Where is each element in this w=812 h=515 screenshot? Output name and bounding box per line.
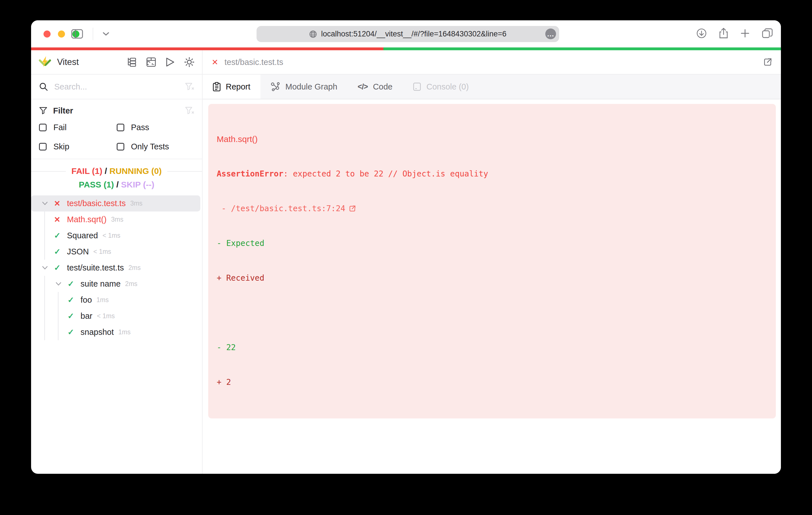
tree-guide-line: [45, 276, 45, 340]
summary-running: RUNNING (0): [109, 166, 162, 176]
search-bar[interactable]: Search...: [31, 74, 202, 99]
summary-pass: PASS (1): [79, 180, 114, 189]
tab-overview-icon[interactable]: [762, 28, 773, 39]
diff-received-value: + 2: [217, 376, 767, 388]
duration-label: 1ms: [118, 328, 130, 336]
filter-clear-icon[interactable]: [185, 107, 194, 115]
sidebar: Search... Filter: [31, 74, 203, 474]
console-icon: [413, 82, 421, 91]
filter-option-fail[interactable]: Fail: [39, 121, 117, 134]
tree-item-suite[interactable]: ✓ suite name 2ms: [31, 276, 202, 292]
duration-label: 3ms: [111, 216, 123, 223]
duration-label: 2ms: [125, 280, 137, 288]
chevron-down-icon[interactable]: [40, 266, 54, 270]
pass-icon: ✓: [67, 328, 81, 337]
vitest-logo-icon: [38, 56, 51, 69]
test-summary: FAIL (1) / RUNNING (0) PASS (1) / SKIP (…: [31, 159, 202, 195]
open-file-tab: ✕ test/basic.test.ts: [203, 50, 781, 74]
pass-icon: ✓: [67, 295, 81, 305]
pass-icon: ✓: [54, 231, 67, 240]
module-graph-icon: [271, 82, 280, 91]
tree-item-test[interactable]: ✓ Squared < 1ms: [31, 228, 202, 244]
tree-item-test[interactable]: ✕ Math.sqrt() 3ms: [31, 211, 202, 228]
filter-option-skip[interactable]: Skip: [39, 140, 117, 153]
report-content: Math.sqrt() AssertionError: expected 2 t…: [203, 99, 781, 474]
tree-guide-line: [58, 292, 58, 340]
search-input[interactable]: Search...: [54, 82, 179, 91]
test-progress-bar: [31, 48, 781, 50]
close-window-button[interactable]: [44, 30, 51, 37]
close-file-icon[interactable]: ✕: [212, 58, 218, 67]
tree-item-test[interactable]: ✓ snapshot 1ms: [31, 324, 202, 340]
theme-toggle-icon[interactable]: [184, 57, 195, 67]
failed-test-name: Math.sqrt(): [217, 133, 767, 145]
toolbar-divider: [93, 28, 93, 40]
filter-option-pass[interactable]: Pass: [117, 121, 194, 134]
app-title: Vitest: [57, 57, 79, 67]
dashboard-icon[interactable]: [146, 57, 156, 67]
main-panel: Report Module Graph </> Code: [203, 74, 781, 474]
tab-code[interactable]: </> Code: [348, 74, 403, 99]
diff-blank-line: [217, 307, 767, 319]
error-report-panel: Math.sqrt() AssertionError: expected 2 t…: [208, 104, 776, 419]
address-bar[interactable]: localhost:51204/__vitest__/#/?file=16484…: [257, 26, 559, 42]
open-in-editor-icon[interactable]: [349, 205, 356, 212]
checkbox[interactable]: [39, 124, 47, 131]
duration-label: < 1ms: [103, 232, 120, 239]
error-name: AssertionError: [217, 169, 283, 178]
url-text: localhost:51204/__vitest__/#/?file=16484…: [321, 30, 506, 38]
diff-expected-label: - Expected: [217, 238, 767, 249]
duration-label: 1ms: [96, 296, 109, 304]
browser-toolbar: localhost:51204/__vitest__/#/?file=16484…: [31, 20, 781, 48]
pass-icon: ✓: [67, 311, 81, 321]
pass-icon: ✓: [54, 247, 67, 256]
tree-item-test[interactable]: ✓ JSON < 1ms: [31, 244, 202, 260]
sidebar-header: Vitest: [31, 50, 203, 74]
share-icon[interactable]: [719, 28, 728, 39]
tab-module-graph[interactable]: Module Graph: [261, 74, 348, 99]
progress-fail-segment: [31, 48, 383, 50]
run-all-icon[interactable]: [165, 57, 175, 67]
search-icon: [39, 82, 48, 91]
diff-received-label: + Received: [217, 272, 767, 284]
duration-label: < 1ms: [93, 248, 111, 255]
report-icon: [213, 82, 221, 91]
globe-icon: [309, 30, 317, 38]
sidebar-toggle-icon[interactable]: [71, 29, 83, 39]
filter-option-only-tests[interactable]: Only Tests: [117, 140, 194, 153]
tab-console[interactable]: Console (0): [403, 74, 479, 99]
new-tab-icon[interactable]: [740, 29, 750, 38]
chevron-down-icon[interactable]: [54, 282, 67, 286]
tree-item-test[interactable]: ✓ bar < 1ms: [31, 308, 202, 324]
summary-fail: FAIL (1): [71, 166, 102, 176]
download-icon[interactable]: [696, 28, 707, 39]
chevron-down-icon[interactable]: [103, 32, 109, 36]
filter-clear-icon[interactable]: [185, 83, 194, 91]
duration-label: 3ms: [130, 200, 142, 207]
duration-label: 2ms: [128, 264, 140, 272]
checkbox[interactable]: [117, 143, 124, 151]
tree-item-file[interactable]: ✓ test/suite.test.ts 2ms: [31, 260, 202, 276]
tree-item-test[interactable]: ✓ foo 1ms: [31, 292, 202, 308]
open-in-editor-icon[interactable]: [763, 58, 772, 66]
page-menu-button[interactable]: …: [545, 29, 556, 39]
toggle-tree-icon[interactable]: [127, 57, 137, 67]
funnel-icon: [39, 107, 48, 115]
tree-item-file[interactable]: ✕ test/basic.test.ts 3ms: [31, 195, 200, 211]
fail-icon: ✕: [54, 215, 67, 224]
filter-title: Filter: [53, 106, 73, 116]
progress-pass-segment: [383, 48, 781, 50]
pass-icon: ✓: [67, 279, 81, 289]
view-tabs: Report Module Graph </> Code: [203, 74, 781, 99]
checkbox[interactable]: [117, 124, 124, 131]
tree-guide-line: [45, 211, 45, 260]
minimize-window-button[interactable]: [58, 30, 65, 37]
chevron-down-icon[interactable]: [40, 202, 54, 205]
checkbox[interactable]: [39, 143, 47, 151]
tab-report[interactable]: Report: [203, 74, 261, 99]
error-location-link[interactable]: - /test/basic.test.ts:7:24: [217, 203, 345, 214]
error-message: : expected 2 to be 22 // Object.is equal…: [283, 169, 488, 178]
fail-icon: ✕: [54, 199, 67, 208]
filter-panel: Filter Fail Pass: [31, 99, 202, 159]
open-file-name: test/basic.test.ts: [224, 58, 283, 67]
